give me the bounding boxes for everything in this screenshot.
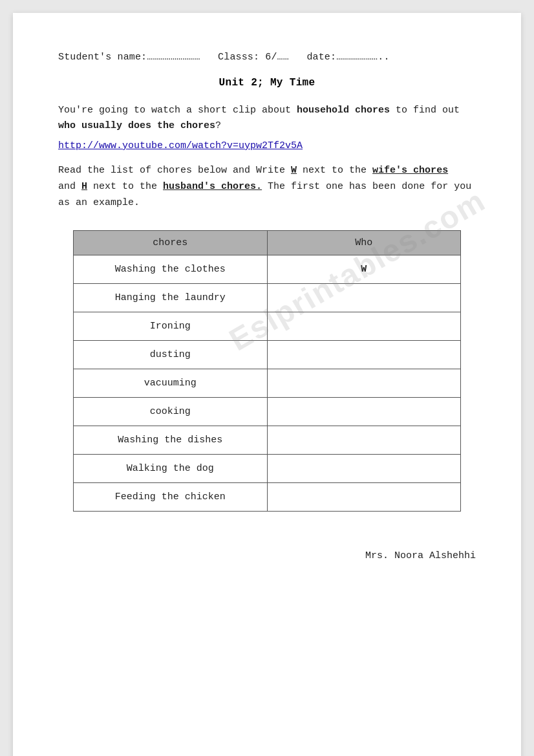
chore-cell: dusting: [74, 341, 268, 369]
teacher-name: Mrs. Noora Alshehhi: [365, 550, 476, 561]
page-title: Unit 2; My Time: [58, 77, 476, 89]
table-row: Hanging the laundry: [74, 284, 461, 312]
youtube-link[interactable]: http://www.youtube.com/watch?v=uypw2Tf2v…: [58, 140, 476, 151]
table-header-row: chores Who: [74, 231, 461, 255]
table-row: Washing the clothesW: [74, 255, 461, 284]
who-cell: [267, 426, 461, 455]
chore-cell: cooking: [74, 398, 268, 426]
who-cell: [267, 284, 461, 312]
footer: Mrs. Noora Alshehhi: [58, 550, 476, 561]
instructions-paragraph: Read the list of chores below and Write …: [58, 163, 476, 211]
chore-cell: Washing the dishes: [74, 426, 268, 455]
table-row: Walking the dog: [74, 455, 461, 483]
instr-wifes-chores: wife's chores: [372, 165, 448, 176]
who-cell: W: [267, 255, 461, 284]
who-cell: [267, 341, 461, 369]
intro-part1: You're going to watch a short clip about: [58, 105, 297, 116]
chore-cell: Walking the dog: [74, 455, 268, 483]
table-row: dusting: [74, 341, 461, 369]
instr-part3: and: [58, 181, 81, 192]
intro-bold2: who usually does the chores: [58, 120, 215, 131]
intro-paragraph: You're going to watch a short clip about…: [58, 103, 476, 134]
chore-cell: Ironing: [74, 312, 268, 341]
date-label: date:…………………..: [306, 52, 389, 63]
instr-part4: next to the: [87, 181, 163, 192]
header-line: Student's name:……………………… Classs: 6/…… da…: [58, 52, 476, 63]
intro-bold1: household chores: [297, 105, 390, 116]
who-col-header: Who: [267, 231, 461, 255]
who-cell: [267, 369, 461, 398]
table-row: vacuuming: [74, 369, 461, 398]
chore-cell: Hanging the laundry: [74, 284, 268, 312]
chores-table-wrapper: chores Who Washing the clothesWHanging t…: [58, 230, 476, 512]
worksheet-page: Student's name:……………………… Classs: 6/…… da…: [13, 13, 521, 756]
intro-part2: to find out: [390, 105, 460, 116]
chores-col-header: chores: [74, 231, 268, 255]
table-row: Feeding the chicken: [74, 483, 461, 512]
chore-cell: Washing the clothes: [74, 255, 268, 284]
instr-h-letter: H: [81, 181, 87, 192]
chore-cell: vacuuming: [74, 369, 268, 398]
students-name-label: Student's name:………………………: [58, 52, 200, 63]
class-label: Classs: 6/……: [218, 52, 289, 63]
who-cell: [267, 483, 461, 512]
chores-table: chores Who Washing the clothesWHanging t…: [73, 230, 461, 512]
who-cell: [267, 312, 461, 341]
who-cell: [267, 455, 461, 483]
table-row: Washing the dishes: [74, 426, 461, 455]
intro-qmark: ?: [215, 120, 221, 131]
instr-w-letter: W: [291, 165, 297, 176]
instr-part1: Read the list of chores below and Write: [58, 165, 291, 176]
who-cell: [267, 398, 461, 426]
table-row: cooking: [74, 398, 461, 426]
instr-husbands-chores: husband's chores.: [163, 181, 262, 192]
chore-cell: Feeding the chicken: [74, 483, 268, 512]
instr-part2: next to the: [297, 165, 372, 176]
table-row: Ironing: [74, 312, 461, 341]
